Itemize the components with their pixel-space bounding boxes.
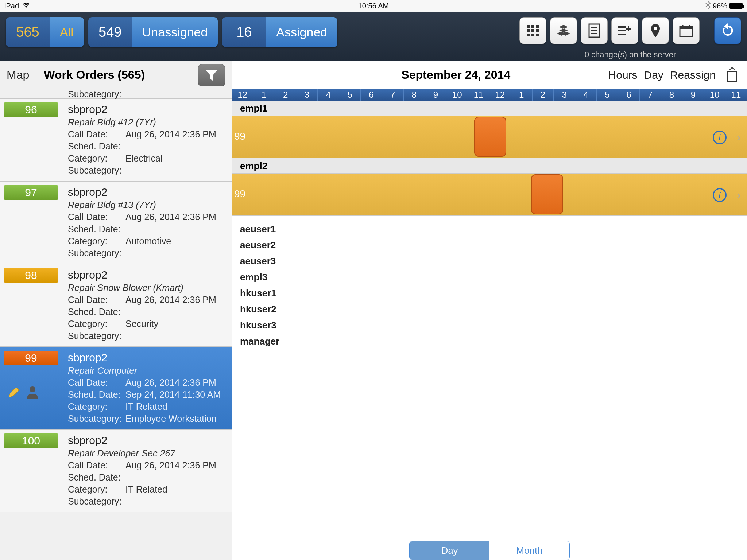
employee-name[interactable]: hkuser1 bbox=[240, 285, 747, 301]
work-order-description: Repair Bldg #13 (7Yr) bbox=[68, 200, 232, 210]
timeline-hour: 9 bbox=[425, 89, 446, 101]
edit-icon[interactable] bbox=[7, 386, 20, 400]
employee-name[interactable]: aeuser1 bbox=[240, 221, 747, 237]
schedule-row-tag: 99 bbox=[232, 188, 245, 200]
day-month-toggle[interactable]: Day Month bbox=[409, 541, 570, 560]
server-changes-text: 0 change(s) on the server bbox=[519, 50, 741, 59]
timeline-header: 121234567891011121234567891011 bbox=[232, 89, 747, 101]
employee-list: aeuser1aeuser2aeuser3empl3hkuser1hkuser2… bbox=[232, 216, 747, 349]
calendar-icon[interactable] bbox=[673, 17, 700, 44]
svg-rect-1 bbox=[531, 25, 534, 28]
list-add-icon[interactable] bbox=[611, 17, 638, 44]
work-order-badge: 100 bbox=[4, 433, 58, 448]
svg-point-18 bbox=[654, 27, 657, 30]
work-order-item[interactable]: 96 sbprop2 Repair Bldg #12 (7Yr) Call Da… bbox=[0, 98, 232, 181]
timeline-hour: 4 bbox=[575, 89, 597, 101]
filter-assigned-label: Assigned bbox=[266, 17, 337, 47]
person-icon[interactable] bbox=[26, 386, 39, 400]
status-bar: iPad 10:56 AM 96% bbox=[0, 0, 747, 12]
work-order-owner: sbprop2 bbox=[68, 103, 232, 116]
timeline-hour: 6 bbox=[618, 89, 640, 101]
info-icon[interactable]: i bbox=[713, 131, 727, 144]
work-order-badge: 97 bbox=[4, 185, 58, 200]
work-order-item[interactable]: 97 sbprop2 Repair Bldg #13 (7Yr) Call Da… bbox=[0, 181, 232, 264]
employee-name[interactable]: aeuser3 bbox=[240, 253, 747, 269]
timeline-hour: 1 bbox=[511, 89, 533, 101]
day-view[interactable]: Day bbox=[644, 69, 663, 81]
map-tab[interactable]: Map bbox=[7, 68, 29, 82]
task-block[interactable] bbox=[531, 174, 563, 214]
employee-name[interactable]: manager bbox=[240, 333, 747, 349]
employee-name[interactable]: hkuser3 bbox=[240, 317, 747, 333]
timeline-hour: 7 bbox=[382, 89, 404, 101]
filter-all[interactable]: 565 All bbox=[6, 17, 84, 47]
work-order-owner: sbprop2 bbox=[68, 186, 232, 198]
work-order-description: Repair Developer-Sec 267 bbox=[68, 448, 232, 459]
timeline-hour: 11 bbox=[468, 89, 489, 101]
svg-rect-4 bbox=[531, 29, 534, 32]
svg-rect-5 bbox=[536, 29, 539, 32]
location-icon[interactable] bbox=[642, 17, 669, 44]
schedule-row[interactable]: 99 i › bbox=[232, 116, 747, 158]
segment-month[interactable]: Month bbox=[489, 541, 569, 560]
subheader: Map Work Orders (565) September 24, 2014… bbox=[0, 61, 747, 89]
filter-unassigned[interactable]: 549 Unassigned bbox=[88, 17, 218, 47]
svg-rect-3 bbox=[527, 29, 530, 32]
work-order-item[interactable]: 100 sbprop2 Repair Developer-Sec 267 Cal… bbox=[0, 429, 232, 512]
timeline-hour: 10 bbox=[446, 89, 468, 101]
chevron-right-icon: › bbox=[737, 189, 740, 201]
work-order-description: Repair Snow Blower (Kmart) bbox=[68, 283, 232, 293]
timeline-hour: 10 bbox=[704, 89, 725, 101]
timeline-hour: 2 bbox=[533, 89, 554, 101]
work-orders-title: Work Orders (565) bbox=[44, 68, 198, 82]
main-content: Subcategory: 96 sbprop2 Repair Bldg #12 … bbox=[0, 89, 747, 560]
timeline-hour: 2 bbox=[275, 89, 297, 101]
info-icon[interactable]: i bbox=[713, 188, 727, 202]
grid-icon[interactable] bbox=[519, 17, 546, 44]
timeline-hour: 1 bbox=[253, 89, 275, 101]
chevron-right-icon: › bbox=[737, 131, 740, 144]
reassign-link[interactable]: Reassign bbox=[670, 69, 716, 81]
employee-name[interactable]: aeuser2 bbox=[240, 237, 747, 253]
bluetooth-icon bbox=[705, 1, 711, 11]
document-icon[interactable] bbox=[581, 17, 608, 44]
work-order-badge: 99 bbox=[4, 351, 58, 365]
filter-all-label: All bbox=[50, 17, 84, 47]
work-order-item[interactable]: 98 sbprop2 Repair Snow Blower (Kmart) Ca… bbox=[0, 264, 232, 347]
work-order-item[interactable]: 99 sbprop2 Repair Computer Call Date:Aug… bbox=[0, 347, 232, 429]
battery-percent: 96% bbox=[713, 2, 727, 10]
schedule-row-tag: 99 bbox=[232, 131, 245, 142]
timeline-hour: 5 bbox=[597, 89, 618, 101]
employee-name[interactable]: hkuser2 bbox=[240, 301, 747, 317]
timeline-hour: 12 bbox=[232, 89, 253, 101]
segment-day[interactable]: Day bbox=[410, 541, 489, 560]
employee-header: empl1 bbox=[232, 101, 747, 116]
svg-rect-7 bbox=[531, 34, 534, 36]
filter-unassigned-count: 549 bbox=[88, 17, 132, 47]
svg-rect-8 bbox=[536, 34, 539, 36]
timeline-hour: 9 bbox=[682, 89, 704, 101]
timeline-hour: 8 bbox=[404, 89, 425, 101]
wifi-icon bbox=[22, 2, 31, 10]
battery-icon bbox=[729, 3, 743, 9]
filter-button[interactable] bbox=[198, 64, 225, 86]
employee-name[interactable]: empl3 bbox=[240, 269, 747, 285]
work-order-list[interactable]: Subcategory: 96 sbprop2 Repair Bldg #12 … bbox=[0, 89, 232, 560]
schedule-row[interactable]: 99 i › bbox=[232, 174, 747, 216]
share-icon[interactable] bbox=[726, 67, 738, 83]
boxes-icon[interactable] bbox=[550, 17, 577, 44]
timeline-hour: 4 bbox=[318, 89, 339, 101]
timeline-hour: 3 bbox=[554, 89, 575, 101]
hours-view[interactable]: Hours bbox=[608, 69, 638, 81]
refresh-button[interactable] bbox=[714, 17, 741, 44]
filter-assigned-count: 16 bbox=[222, 17, 266, 47]
filter-assigned[interactable]: 16 Assigned bbox=[222, 17, 337, 47]
work-order-badge: 96 bbox=[4, 102, 58, 117]
work-order-owner: sbprop2 bbox=[68, 434, 232, 447]
employee-header: empl2 bbox=[232, 158, 747, 174]
timeline-hour: 7 bbox=[640, 89, 661, 101]
schedule-date: September 24, 2014 bbox=[310, 68, 602, 82]
timeline-hour: 3 bbox=[296, 89, 318, 101]
task-block[interactable] bbox=[474, 117, 506, 157]
work-order-description: Repair Bldg #12 (7Yr) bbox=[68, 117, 232, 128]
